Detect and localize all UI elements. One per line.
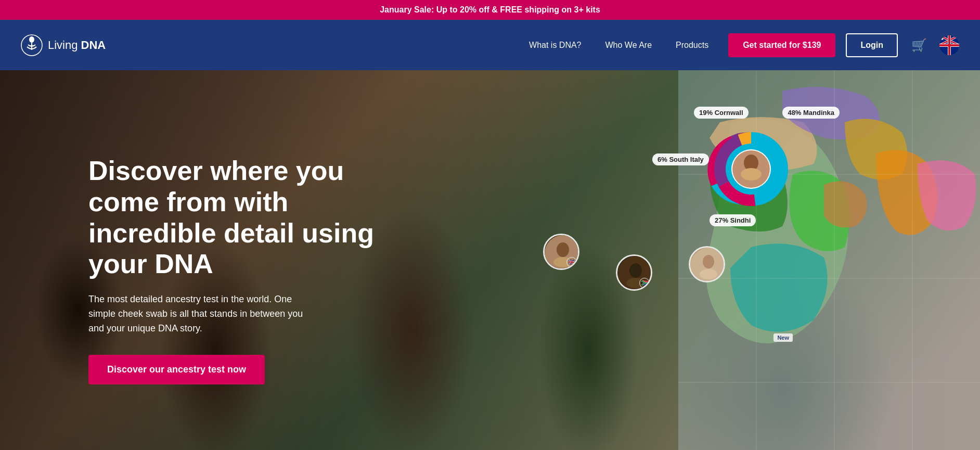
hero-section: Discover where you come from with incred… bbox=[0, 70, 980, 450]
announcement-text: January Sale: Up to 20% off & FREE shipp… bbox=[380, 5, 600, 14]
ancestry-chart-overlay: 19% Cornwall 48% Mandinka 6% South Italy… bbox=[668, 122, 834, 216]
logo[interactable]: Living DNA bbox=[21, 34, 106, 56]
header: Living DNA What is DNA? Who We Are Produ… bbox=[0, 20, 980, 70]
hero-title: Discover where you come from with incred… bbox=[88, 156, 375, 280]
flag-icon[interactable] bbox=[939, 35, 959, 55]
donut-chart: 19% Cornwall 48% Mandinka 6% South Italy… bbox=[704, 122, 798, 216]
mini-photo-2: 🇿🇦 bbox=[616, 254, 652, 291]
portrait-body bbox=[741, 168, 762, 181]
new-badge: New bbox=[773, 333, 793, 342]
svg-point-21 bbox=[703, 255, 714, 268]
svg-point-15 bbox=[557, 242, 569, 257]
chart-label-south-italy: 6% South Italy bbox=[652, 153, 709, 165]
nav-products[interactable]: Products bbox=[666, 35, 718, 55]
mini-photo-1: 🇬🇧 bbox=[543, 234, 579, 270]
svg-point-18 bbox=[629, 263, 642, 278]
mini-photo-3 bbox=[689, 246, 725, 282]
flag-badge-1: 🇬🇧 bbox=[566, 257, 577, 267]
flag-badge-2: 🇿🇦 bbox=[639, 278, 650, 288]
main-nav: What is DNA? Who We Are Products Get sta… bbox=[520, 33, 959, 57]
donut-svg bbox=[704, 122, 798, 216]
login-button[interactable]: Login bbox=[846, 33, 898, 57]
svg-point-1 bbox=[29, 36, 34, 43]
announcement-bar: January Sale: Up to 20% off & FREE shipp… bbox=[0, 0, 980, 20]
chart-label-sindhi: 27% Sindhi bbox=[710, 214, 756, 226]
hero-cta-button[interactable]: Discover our ancestry test now bbox=[88, 355, 265, 384]
hero-content: Discover where you come from with incred… bbox=[88, 156, 375, 384]
svg-point-22 bbox=[700, 269, 717, 279]
get-started-button[interactable]: Get started for $139 bbox=[728, 33, 835, 57]
chart-label-cornwall: 19% Cornwall bbox=[694, 107, 749, 119]
hero-subtitle: The most detailed ancestry test in the w… bbox=[88, 292, 312, 336]
chart-label-mandinka: 48% Mandinka bbox=[782, 107, 840, 119]
nav-who-we-are[interactable]: Who We Are bbox=[596, 35, 662, 55]
cart-icon[interactable]: 🛒 bbox=[911, 38, 927, 53]
nav-what-is-dna[interactable]: What is DNA? bbox=[520, 35, 590, 55]
logo-icon bbox=[21, 34, 43, 56]
logo-text: Living DNA bbox=[48, 38, 106, 52]
